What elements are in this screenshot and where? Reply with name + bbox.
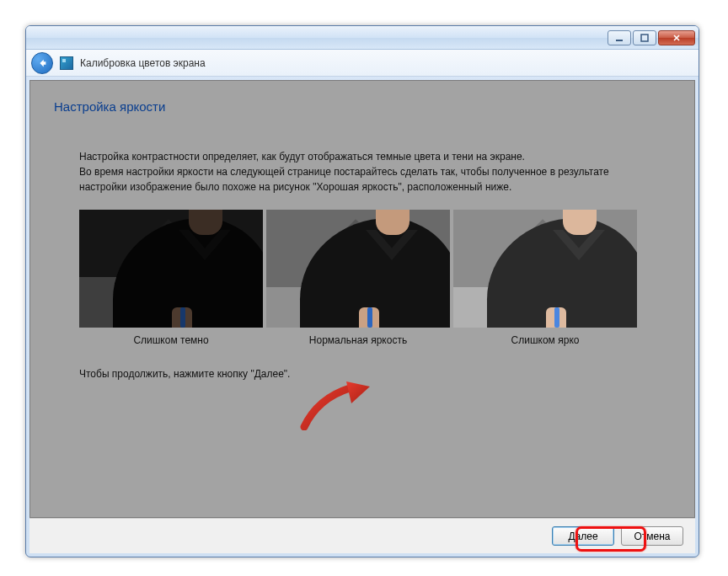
close-button[interactable] [658, 30, 695, 45]
label-too-bright: Слишком ярко [453, 334, 637, 346]
example-thumbnails: Слишком темно Нормальная яркость Слишком… [79, 210, 645, 346]
close-icon [672, 34, 681, 42]
paragraph-1: Настройка контрастности определяет, как … [79, 151, 525, 163]
thumb-too-bright: Слишком ярко [453, 210, 637, 346]
nav-strip: Калибровка цветов экрана [26, 50, 699, 77]
label-too-dark: Слишком темно [79, 334, 263, 346]
app-title: Калибровка цветов экрана [80, 57, 206, 69]
continue-text: Чтобы продолжить, нажмите кнопку "Далее"… [79, 368, 645, 380]
thumb-good: Нормальная яркость [266, 210, 450, 346]
svg-rect-0 [616, 40, 623, 41]
paragraph-2: Во время настройки яркости на следующей … [79, 166, 609, 193]
cancel-button[interactable]: Отмена [621, 526, 683, 546]
svg-rect-1 [641, 35, 648, 41]
page-heading: Настройка яркости [54, 99, 671, 114]
label-good: Нормальная яркость [266, 334, 450, 346]
titlebar [26, 26, 699, 50]
thumb-too-dark: Слишком темно [79, 210, 263, 346]
back-arrow-icon [36, 57, 48, 69]
maximize-icon [640, 34, 649, 42]
app-icon [60, 56, 73, 70]
next-button[interactable]: Далее [552, 526, 614, 546]
example-image-good [266, 210, 450, 328]
example-image-bright [453, 210, 637, 328]
wizard-window: Калибровка цветов экрана Настройка яркос… [25, 25, 699, 557]
example-image-dark [79, 210, 263, 328]
wizard-content: Настройка яркости Настройка контрастност… [29, 80, 695, 518]
back-button[interactable] [31, 52, 53, 74]
description-text: Настройка контрастности определяет, как … [79, 149, 645, 195]
maximize-button[interactable] [633, 30, 656, 45]
minimize-button[interactable] [608, 30, 631, 45]
minimize-icon [615, 34, 624, 42]
wizard-footer: Далее Отмена [29, 518, 695, 553]
